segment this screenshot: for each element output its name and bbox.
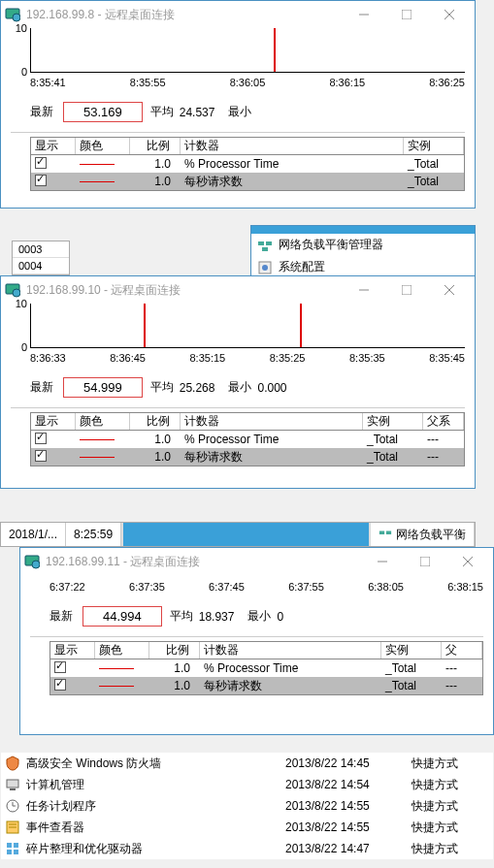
svg-point-1 xyxy=(13,14,20,21)
col-show[interactable]: 显示 xyxy=(31,413,76,430)
xtick: 8:35:25 xyxy=(270,352,306,364)
svg-rect-33 xyxy=(7,843,12,848)
minimize-button[interactable] xyxy=(361,548,404,575)
window-title: 192.168.99.10 - 远程桌面连接 xyxy=(26,282,343,299)
num-item[interactable]: 0003 xyxy=(13,241,69,258)
grid-row[interactable]: 1.0 每秒请求数 _Total --- xyxy=(31,448,464,466)
event-viewer-icon xyxy=(5,820,20,835)
col-show[interactable]: 显示 xyxy=(50,642,95,659)
col-counter[interactable]: 计数器 xyxy=(200,642,381,659)
col-scale[interactable]: 比例 xyxy=(130,413,181,430)
num-item[interactable]: 0004 xyxy=(13,258,69,274)
col-counter[interactable]: 计数器 xyxy=(181,138,404,154)
mid-strip: 网络负载平衡管理器 系统配置 xyxy=(250,225,476,279)
col-instance[interactable]: 实例 xyxy=(363,413,423,430)
task-nlb[interactable]: 网络负载平衡 xyxy=(371,523,475,546)
show-checkbox[interactable] xyxy=(35,450,47,462)
grid-header[interactable]: 显示 颜色 比例 计数器 实例 父 xyxy=(50,642,482,659)
cell-scale: 1.0 xyxy=(149,661,200,675)
show-checkbox[interactable] xyxy=(35,157,47,169)
cell-scale: 1.0 xyxy=(130,175,181,188)
grid-header[interactable]: 显示 颜色 比例 计数器 实例 xyxy=(31,138,464,155)
close-button[interactable] xyxy=(428,276,471,304)
titlebar[interactable]: 192.168.99.11 - 远程桌面连接 xyxy=(20,548,493,575)
maximize-button[interactable] xyxy=(385,1,428,28)
stat-label-min: 最小 xyxy=(247,608,271,625)
xtick: 8:36:33 xyxy=(30,352,66,364)
file-date: 2013/8/22 14:47 xyxy=(285,842,412,855)
col-scale[interactable]: 比例 xyxy=(149,642,200,659)
maximize-button[interactable] xyxy=(385,276,428,304)
col-counter[interactable]: 计数器 xyxy=(181,413,363,430)
grid-row[interactable]: 1.0 % Processor Time _Total xyxy=(31,155,464,173)
grid-row[interactable]: 1.0 % Processor Time _Total --- xyxy=(31,431,464,448)
svg-rect-7 xyxy=(266,241,272,245)
task-time: 8:25:59 xyxy=(66,523,121,546)
svg-rect-6 xyxy=(258,241,264,245)
minimize-button[interactable] xyxy=(343,1,385,28)
col-parent[interactable]: 父 xyxy=(442,642,482,659)
cell-instance: _Total xyxy=(363,433,423,446)
xtick: 8:35:41 xyxy=(30,77,66,88)
col-instance[interactable]: 实例 xyxy=(381,642,442,659)
file-row[interactable]: 任务计划程序 2013/8/22 14:55 快捷方式 xyxy=(1,795,493,817)
svg-rect-18 xyxy=(386,531,391,535)
file-row[interactable]: 高级安全 Windows 防火墙 2013/8/22 14:45 快捷方式 xyxy=(1,753,493,774)
xtick: 8:35:55 xyxy=(130,77,166,88)
task-date: 2018/1/... xyxy=(1,523,66,546)
stat-label-min: 最小 xyxy=(228,379,251,396)
file-row[interactable]: 计算机管理 2013/8/22 14:54 快捷方式 xyxy=(1,774,493,795)
show-checkbox[interactable] xyxy=(54,661,66,673)
col-color[interactable]: 颜色 xyxy=(95,642,149,659)
cell-parent: --- xyxy=(442,679,482,692)
maximize-button[interactable] xyxy=(404,548,446,575)
window-title: 192.168.99.8 - 远程桌面连接 xyxy=(26,7,343,23)
cell-parent: --- xyxy=(423,433,464,446)
chart-spike xyxy=(300,304,302,347)
mid-item-nlb[interactable]: 网络负载平衡管理器 xyxy=(251,234,475,256)
minimize-button[interactable] xyxy=(343,276,385,304)
grid-header[interactable]: 显示 颜色 比例 计数器 实例 父系 xyxy=(31,413,464,431)
close-button[interactable] xyxy=(446,548,489,575)
svg-point-20 xyxy=(32,561,40,568)
task-scheduler-icon xyxy=(5,798,20,814)
show-checkbox[interactable] xyxy=(35,175,47,186)
xtick: 6:37:22 xyxy=(49,581,85,593)
grid-row[interactable]: 1.0 每秒请求数 _Total --- xyxy=(50,677,482,694)
cell-counter: % Processor Time xyxy=(181,433,363,446)
file-date: 2013/8/22 14:54 xyxy=(285,778,412,791)
grid-row[interactable]: 1.0 % Processor Time _Total --- xyxy=(50,659,482,677)
stat-value-min: 0.000 xyxy=(257,381,286,395)
col-scale[interactable]: 比例 xyxy=(130,138,181,154)
chart-spike xyxy=(144,304,146,347)
cell-counter: 每秒请求数 xyxy=(181,174,404,190)
cell-parent: --- xyxy=(442,661,482,675)
file-row[interactable]: 碎片整理和优化驱动器 2013/8/22 14:47 快捷方式 xyxy=(1,838,493,859)
grid-row[interactable]: 1.0 每秒请求数 _Total xyxy=(31,173,464,190)
col-instance[interactable]: 实例 xyxy=(404,138,464,154)
file-name: 碎片整理和优化驱动器 xyxy=(26,841,285,857)
cell-instance: _Total xyxy=(404,157,464,171)
col-show[interactable]: 显示 xyxy=(31,138,76,154)
close-button[interactable] xyxy=(428,1,471,28)
window-title: 192.168.99.11 - 远程桌面连接 xyxy=(46,554,361,570)
col-parent[interactable]: 父系 xyxy=(423,413,464,430)
file-date: 2013/8/22 14:55 xyxy=(285,799,412,813)
cell-parent: --- xyxy=(423,450,464,464)
stat-value-min: 0 xyxy=(277,610,283,624)
show-checkbox[interactable] xyxy=(54,679,66,691)
firewall-icon xyxy=(5,755,20,771)
titlebar[interactable]: 192.168.99.10 - 远程桌面连接 xyxy=(1,276,475,304)
file-date: 2013/8/22 14:55 xyxy=(285,820,412,834)
titlebar[interactable]: 192.168.99.8 - 远程桌面连接 xyxy=(1,1,475,28)
stat-label-latest: 最新 xyxy=(30,104,53,120)
cell-instance: _Total xyxy=(381,679,442,692)
left-number-list: 0003 0004 xyxy=(12,241,70,275)
col-color[interactable]: 颜色 xyxy=(76,413,130,430)
file-row[interactable]: 事件查看器 2013/8/22 14:55 快捷方式 xyxy=(1,817,493,838)
show-checkbox[interactable] xyxy=(35,433,47,444)
file-name: 计算机管理 xyxy=(26,777,285,793)
stat-value-avg: 18.937 xyxy=(199,610,235,624)
col-color[interactable]: 颜色 xyxy=(76,138,130,154)
cell-scale: 1.0 xyxy=(130,433,181,446)
